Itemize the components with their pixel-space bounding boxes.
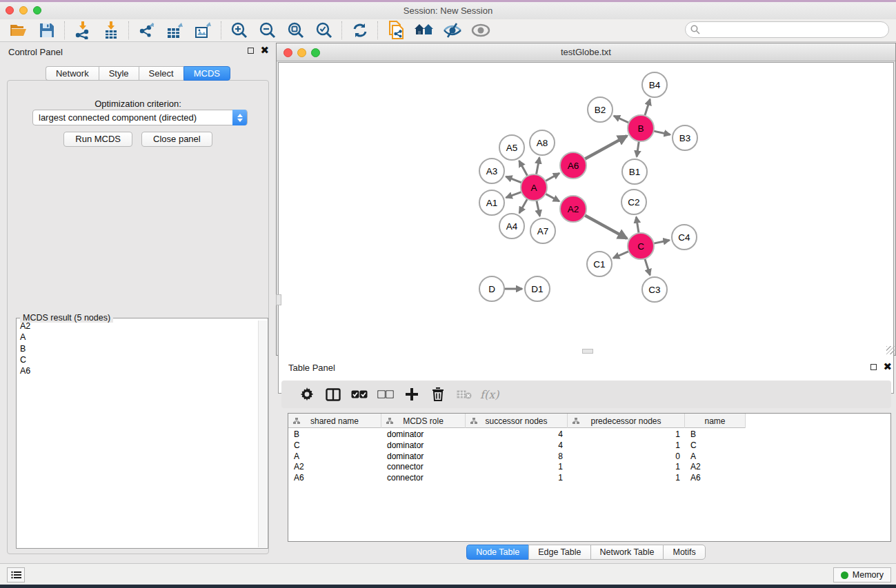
tab-select[interactable]: Select bbox=[139, 66, 183, 81]
close-panel-button[interactable]: Close panel bbox=[141, 132, 212, 147]
tab-style[interactable]: Style bbox=[99, 66, 139, 81]
edge-A-A7[interactable] bbox=[537, 200, 540, 216]
import-network-icon[interactable] bbox=[68, 20, 97, 41]
zoom-window-button[interactable] bbox=[33, 6, 41, 14]
edge-A-A2[interactable] bbox=[545, 194, 559, 201]
graph-node-A3[interactable]: A3 bbox=[479, 158, 505, 184]
refresh-icon[interactable] bbox=[346, 20, 374, 41]
graph-node-A2[interactable]: A2 bbox=[559, 195, 587, 223]
edge-C-C2[interactable] bbox=[636, 217, 639, 234]
graph-node-B1[interactable]: B1 bbox=[621, 159, 648, 185]
edge-A-A6[interactable] bbox=[545, 173, 559, 181]
export-image-icon[interactable] bbox=[189, 20, 217, 41]
close-table-panel-icon[interactable]: ✖ bbox=[883, 363, 892, 371]
tab-network[interactable]: Network bbox=[46, 66, 99, 81]
graph-node-D1[interactable]: D1 bbox=[524, 276, 550, 302]
graph-node-C1[interactable]: C1 bbox=[586, 251, 613, 277]
optimization-select[interactable]: largest connected component (directed) bbox=[32, 110, 248, 125]
column-header-successor-nodes[interactable]: successor nodes bbox=[466, 414, 568, 428]
export-network-icon[interactable] bbox=[132, 20, 161, 41]
tab-mcds[interactable]: MCDS bbox=[183, 66, 230, 81]
close-window-button[interactable] bbox=[6, 6, 14, 14]
network-window-titlebar[interactable]: testGlobe.txt bbox=[277, 43, 895, 61]
table-tab-motifs[interactable]: Motifs bbox=[663, 545, 705, 560]
home-icon[interactable] bbox=[410, 20, 438, 41]
edge-A-A3[interactable] bbox=[506, 176, 522, 183]
close-panel-icon[interactable]: ✖ bbox=[260, 46, 269, 54]
table-row[interactable]: A2connector11A2 bbox=[288, 462, 746, 473]
edge-B-B1[interactable] bbox=[637, 141, 639, 156]
close-view-button[interactable] bbox=[283, 48, 292, 57]
table-row[interactable]: A6connector11A6 bbox=[288, 473, 746, 484]
edge-A2-C[interactable] bbox=[584, 215, 627, 239]
graph-node-C[interactable]: C bbox=[627, 232, 655, 260]
table-tab-node-table[interactable]: Node Table bbox=[466, 545, 528, 560]
result-item[interactable]: A2 bbox=[17, 321, 258, 332]
delete-table-icon[interactable] bbox=[451, 383, 477, 405]
edge-C-C3[interactable] bbox=[644, 258, 650, 275]
minimize-view-button[interactable] bbox=[297, 48, 306, 57]
graph-node-A[interactable]: A bbox=[520, 174, 548, 201]
function-builder-icon[interactable]: f(x) bbox=[480, 388, 499, 401]
zoom-view-button[interactable] bbox=[311, 48, 320, 57]
canvas-left-nub[interactable] bbox=[276, 294, 281, 305]
edge-C-C1[interactable] bbox=[613, 251, 629, 258]
window-resize-grip[interactable] bbox=[886, 346, 895, 354]
float-table-panel-icon[interactable] bbox=[870, 364, 877, 370]
mcds-result-list[interactable]: A2ABCA6 bbox=[17, 321, 258, 547]
result-scrollbar[interactable] bbox=[258, 321, 267, 547]
graph-node-A5[interactable]: A5 bbox=[499, 134, 525, 161]
save-icon[interactable] bbox=[32, 20, 61, 41]
table-tab-network-table[interactable]: Network Table bbox=[590, 545, 664, 560]
deselect-all-icon[interactable] bbox=[372, 383, 399, 405]
minimize-window-button[interactable] bbox=[19, 6, 28, 14]
result-item[interactable]: B bbox=[17, 343, 258, 354]
graph-node-C4[interactable]: C4 bbox=[671, 224, 697, 250]
graph-node-A7[interactable]: A7 bbox=[530, 218, 556, 244]
column-view-icon[interactable] bbox=[320, 383, 346, 405]
export-table-icon[interactable] bbox=[161, 20, 189, 41]
graph-node-B3[interactable]: B3 bbox=[672, 125, 698, 151]
graph-node-A4[interactable]: A4 bbox=[499, 213, 525, 239]
run-mcds-button[interactable]: Run MCDS bbox=[63, 132, 132, 147]
edge-C-C4[interactable] bbox=[653, 240, 670, 243]
graph-node-B2[interactable]: B2 bbox=[587, 97, 613, 123]
gear-icon[interactable] bbox=[294, 383, 320, 405]
edge-A-A8[interactable] bbox=[536, 158, 539, 176]
select-all-icon[interactable] bbox=[346, 383, 372, 405]
graph-node-A6[interactable]: A6 bbox=[559, 152, 587, 179]
edge-A-A1[interactable] bbox=[506, 192, 522, 197]
column-header-predecessor-nodes[interactable]: predecessor nodes bbox=[568, 414, 685, 428]
edge-A6-B[interactable] bbox=[584, 136, 627, 159]
edge-B-B2[interactable] bbox=[614, 116, 630, 123]
graph-node-B4[interactable]: B4 bbox=[641, 72, 668, 98]
open-icon[interactable] bbox=[4, 20, 32, 41]
edge-A-A5[interactable] bbox=[519, 161, 528, 176]
graph-node-A8[interactable]: A8 bbox=[529, 130, 555, 156]
graph-node-B[interactable]: B bbox=[627, 114, 655, 142]
memory-button[interactable]: Memory bbox=[833, 567, 891, 582]
hide-panel-icon[interactable] bbox=[438, 20, 466, 41]
zoom-selected-icon[interactable] bbox=[310, 20, 338, 41]
column-header-mcds-role[interactable]: MCDS role bbox=[381, 414, 466, 428]
table-tab-edge-table[interactable]: Edge Table bbox=[528, 545, 590, 560]
table-row[interactable]: Bdominator41B bbox=[288, 429, 746, 440]
graph-node-C2[interactable]: C2 bbox=[621, 189, 647, 215]
delete-icon[interactable] bbox=[425, 383, 451, 405]
result-item[interactable]: A6 bbox=[17, 365, 258, 376]
result-item[interactable]: A bbox=[17, 332, 258, 343]
table-row[interactable]: Cdominator41C bbox=[288, 440, 746, 452]
table-row[interactable]: Adominator80A bbox=[288, 452, 746, 463]
edge-B-B3[interactable] bbox=[653, 131, 670, 134]
graph-node-A1[interactable]: A1 bbox=[479, 190, 505, 216]
graph-node-C3[interactable]: C3 bbox=[641, 276, 668, 303]
edge-A-A4[interactable] bbox=[519, 199, 528, 213]
task-history-button[interactable] bbox=[7, 567, 25, 582]
canvas-bottom-nub[interactable] bbox=[582, 349, 593, 354]
zoom-fit-icon[interactable] bbox=[281, 20, 310, 41]
zoom-out-icon[interactable] bbox=[253, 20, 281, 41]
zoom-in-icon[interactable] bbox=[225, 20, 253, 41]
column-header-shared-name[interactable]: shared name bbox=[288, 414, 381, 428]
node-table[interactable]: shared nameMCDS rolesuccessor nodesprede… bbox=[288, 413, 891, 542]
add-column-icon[interactable] bbox=[399, 383, 425, 405]
